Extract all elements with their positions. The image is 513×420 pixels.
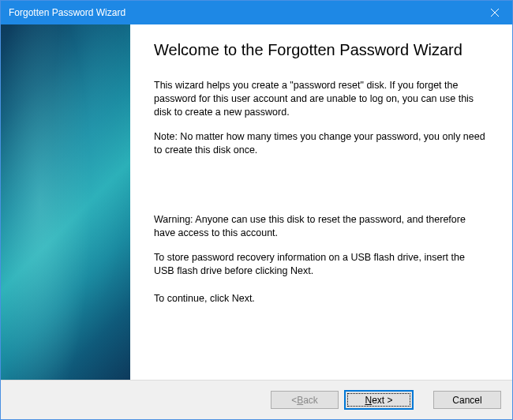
next-mnemonic: N [365, 395, 372, 406]
close-icon [491, 9, 499, 17]
back-button: < Back [271, 391, 339, 409]
side-graphic-panel [1, 24, 130, 380]
back-mnemonic: B [297, 395, 303, 406]
intro-paragraph: This wizard helps you create a "password… [154, 79, 487, 119]
back-prefix: < [291, 395, 297, 406]
close-button[interactable] [477, 1, 512, 24]
page-heading: Welcome to the Forgotten Password Wizard [154, 40, 487, 60]
next-button[interactable]: Next > [345, 391, 413, 409]
warning-paragraph: Warning: Anyone can use this disk to res… [154, 213, 487, 240]
body-area: Welcome to the Forgotten Password Wizard… [1, 24, 512, 380]
note-paragraph: Note: No matter how many times you chang… [154, 130, 487, 157]
continue-paragraph: To continue, click Next. [154, 292, 487, 306]
cancel-label: Cancel [452, 395, 481, 406]
content-panel: Welcome to the Forgotten Password Wizard… [130, 24, 512, 380]
wizard-window: Forgotten Password Wizard Welcome to the… [0, 0, 513, 420]
usb-paragraph: To store password recovery information o… [154, 251, 487, 278]
window-title: Forgotten Password Wizard [9, 7, 125, 18]
footer-button-bar: < Back Next > Cancel [1, 380, 512, 419]
spacer [154, 167, 487, 213]
titlebar: Forgotten Password Wizard [1, 1, 512, 24]
cancel-button[interactable]: Cancel [433, 391, 501, 409]
next-rest: ext > [372, 395, 392, 406]
back-rest: ack [303, 395, 318, 406]
